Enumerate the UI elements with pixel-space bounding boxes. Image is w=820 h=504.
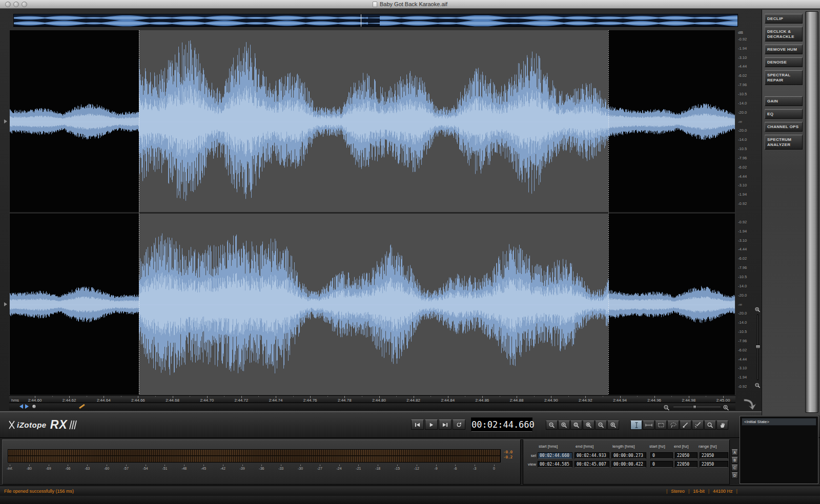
- db-scale-label: -∞: [738, 302, 742, 306]
- zoom-out-vertical-button[interactable]: [595, 421, 607, 430]
- zoom-to-selection-button[interactable]: [570, 421, 582, 430]
- view-field-2[interactable]: 00:00:00.422: [611, 461, 646, 468]
- meter-scale-tick: [494, 465, 495, 466]
- snapshot-d-button[interactable]: D: [731, 472, 738, 479]
- snapshot-c-button[interactable]: C: [731, 465, 738, 471]
- zoom-in-vertical-button[interactable]: [607, 421, 619, 430]
- ruler-minor-tickmark: [327, 396, 328, 397]
- process-button-spectral-repair[interactable]: SPECTRAL REPAIR: [765, 70, 803, 85]
- grab-tool[interactable]: [716, 421, 728, 430]
- view-field-1[interactable]: 00:02:45.007: [575, 461, 609, 468]
- sel-field-3[interactable]: 0: [650, 452, 673, 459]
- sel-field-4[interactable]: 22050: [675, 452, 698, 459]
- horizontal-zoom-in-button[interactable]: [723, 404, 731, 410]
- column-header-range-hz: range [hz]: [699, 444, 717, 449]
- meter-scale-label: -30: [298, 467, 303, 470]
- ruler-tick-label: 2:44.82: [406, 398, 420, 403]
- horizontal-zoom-out-button[interactable]: [663, 404, 671, 410]
- meter-scale-label: -18: [375, 467, 380, 470]
- db-scale-label: -20.0: [738, 110, 747, 114]
- meter-scale-label: -21: [356, 467, 361, 470]
- separator-bar: |: [708, 489, 709, 494]
- sel-field-5[interactable]: 22050: [700, 452, 728, 459]
- magic-wand-tool[interactable]: [692, 421, 704, 430]
- vertical-zoom-in-button[interactable]: [753, 306, 762, 313]
- brush-selection-tool[interactable]: [680, 421, 691, 430]
- vertical-zoom-out-button[interactable]: [753, 382, 762, 389]
- db-scale: dB -0.92-1.94-3.10-4.44-6.02-7.96-10.5-1…: [736, 30, 752, 395]
- magnifier-minus-icon: [754, 383, 761, 388]
- scrollbar-handle[interactable]: [32, 404, 36, 409]
- ruler-minor-tickmark: [603, 396, 603, 397]
- zoom-in-horizontal-button[interactable]: [558, 421, 570, 430]
- marker-pencil-icon: [79, 404, 85, 409]
- view-field-4[interactable]: 22050: [675, 461, 698, 468]
- left-channel-playhead-marker-icon: [4, 119, 7, 123]
- view-field-0[interactable]: 00:02:44.585: [538, 461, 572, 468]
- return-to-start-button[interactable]: [411, 419, 424, 430]
- db-scale-label: -4.44: [738, 174, 747, 178]
- zoom-tool[interactable]: [704, 421, 716, 430]
- loop-playback-button[interactable]: [453, 419, 465, 430]
- process-button-denoise[interactable]: DENOISE: [765, 57, 803, 67]
- meter-scale-tick: [223, 465, 223, 466]
- waveform-overview-strip[interactable]: [13, 14, 738, 27]
- db-scale-label: -4.44: [738, 64, 747, 69]
- db-scale-label: -6.02: [738, 347, 747, 352]
- lasso-selection-tool[interactable]: [667, 421, 679, 430]
- play-to-end-button[interactable]: [439, 419, 452, 430]
- meter-scale-tick: [146, 465, 146, 466]
- ruler-minor-tickmark: [534, 396, 535, 397]
- meter-scale-label: -15: [395, 467, 400, 470]
- horizontal-zoom-track[interactable]: [673, 407, 721, 407]
- time-frequency-selection-tool[interactable]: [655, 421, 667, 430]
- time-selection-tool[interactable]: [630, 421, 642, 430]
- column-header-end-hms: end [hms]: [576, 444, 593, 449]
- waveform-canvas[interactable]: [10, 30, 735, 395]
- process-button-gain[interactable]: GAIN: [765, 96, 803, 106]
- selection-row-sel: sel00:02:44.66000:02:44.93300:00:00.2730…: [523, 452, 729, 459]
- process-button-eq[interactable]: EQ: [765, 109, 803, 119]
- time-display[interactable]: 00:02:44.660: [471, 417, 532, 432]
- zoom-fit-button[interactable]: [583, 421, 594, 430]
- sel-field-2[interactable]: 00:00:00.273: [611, 452, 646, 459]
- play-button[interactable]: [425, 419, 438, 430]
- sel-field-1[interactable]: 00:02:44.933: [575, 452, 609, 459]
- db-scale-label: -1.94: [738, 46, 747, 50]
- process-button-declick-decrackle[interactable]: DECLICK & DECRACKLE: [765, 27, 803, 41]
- waveform-display[interactable]: [9, 30, 735, 395]
- sel-field-0[interactable]: 00:02:44.660: [538, 452, 572, 459]
- horizontal-zoom-handle[interactable]: [693, 405, 696, 409]
- goto-spectrogram-arrow-icon[interactable]: [742, 396, 757, 411]
- ibeam-icon: [633, 422, 640, 428]
- snapshot-b-button[interactable]: B: [731, 457, 738, 464]
- transport-bar: iZotope RX 00:02:44.660: [0, 411, 820, 438]
- meter-scale-label: -27: [317, 467, 322, 470]
- zoom-out-horizontal-button[interactable]: [546, 421, 558, 430]
- view-field-3[interactable]: 0: [650, 461, 673, 468]
- db-scale-label: -7.96: [738, 265, 747, 270]
- scroll-arrows-icon[interactable]: [19, 404, 29, 409]
- process-button-remove-hum[interactable]: REMOVE HUM: [765, 45, 803, 54]
- ruler-tick-label: 2:44.84: [441, 398, 455, 403]
- logo-slashes-icon: [69, 420, 77, 430]
- time-ruler[interactable]: hms 2:44.602:44.622:44.642:44.662:44.682…: [9, 395, 735, 403]
- process-button-channel-ops[interactable]: CHANNEL OPS: [765, 122, 803, 132]
- ruler-tick-label: 2:44.68: [166, 398, 179, 403]
- vertical-zoom-handle[interactable]: [755, 345, 761, 349]
- ruler-minor-tickmark: [224, 396, 224, 397]
- panel-scrollbar[interactable]: [805, 11, 818, 413]
- db-scale-label: -10.5: [738, 274, 747, 279]
- overview-waveform-canvas[interactable]: [14, 14, 737, 27]
- view-field-5[interactable]: 22050: [700, 461, 728, 468]
- preset-panel: <Initial State>: [740, 416, 818, 484]
- ruler-minor-tickmark: [155, 396, 156, 397]
- process-button-declip[interactable]: DECLIP: [765, 14, 803, 24]
- frequency-selection-tool[interactable]: [643, 421, 654, 430]
- process-button-spectrum-analyzer[interactable]: SPECTRUM ANALYZER: [765, 135, 803, 150]
- status-message: File opened successfully (156 ms): [4, 489, 74, 494]
- vertical-zoom-track[interactable]: [757, 314, 758, 380]
- snapshot-a-button[interactable]: A: [731, 449, 738, 456]
- meter-scale-tick: [436, 465, 437, 466]
- preset-item[interactable]: <Initial State>: [742, 418, 816, 426]
